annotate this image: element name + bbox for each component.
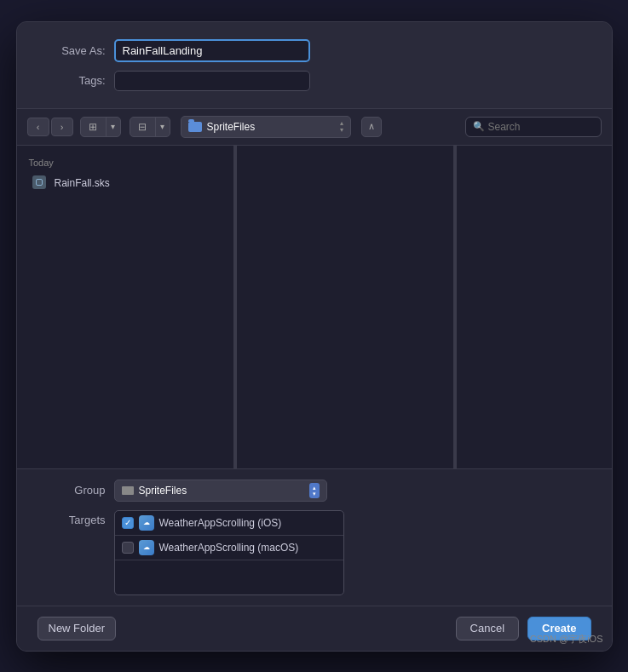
column-view-button[interactable]: ⊞ xyxy=(81,118,107,136)
sidebar-panel: Today RainFall.sks xyxy=(17,146,234,468)
search-box: 🔍 xyxy=(465,117,602,137)
back-button[interactable]: ‹ xyxy=(27,118,49,136)
save-dialog: Save As: Tags: ‹ › ⊞ ▾ ⊟ ▾ xyxy=(16,21,613,652)
target-app-icon-ios: ☁ xyxy=(139,515,154,531)
targets-list: ✓ ☁ WeatherAppScrolling (iOS) ☁ WeatherA… xyxy=(114,510,344,595)
back-icon: ‹ xyxy=(37,122,40,132)
forward-button[interactable]: › xyxy=(51,118,73,136)
column-view-arrow[interactable]: ▾ xyxy=(107,118,120,136)
list-item[interactable]: RainFall.sks xyxy=(20,171,230,195)
save-as-input[interactable] xyxy=(114,39,310,62)
sks-file-icon xyxy=(32,175,48,191)
group-folder-icon xyxy=(122,486,134,495)
search-icon: 🔍 xyxy=(473,121,485,132)
view-buttons: ⊞ ▾ xyxy=(80,117,121,137)
footer: New Folder Cancel Create xyxy=(17,606,612,651)
list-item: ☁ WeatherAppScrolling (macOS) xyxy=(115,536,343,560)
file-browser: Today RainFall.sks xyxy=(17,146,612,469)
search-input[interactable] xyxy=(488,121,613,133)
group-name: SpriteFiles xyxy=(139,485,302,497)
view-buttons-2: ⊟ ▾ xyxy=(130,117,170,137)
save-as-row: Save As: xyxy=(37,39,591,62)
chevron-down-icon: ▾ xyxy=(340,127,343,134)
grid-view-button[interactable]: ⊟ xyxy=(130,118,156,136)
column-view-icon: ⊞ xyxy=(89,121,97,133)
tags-row: Tags: xyxy=(37,71,591,91)
nav-buttons: ‹ › xyxy=(27,118,73,136)
expand-icon: ∧ xyxy=(368,121,375,132)
folder-selector[interactable]: SpriteFiles ▴ ▾ xyxy=(181,116,351,138)
file-name: RainFall.sks xyxy=(55,177,110,189)
group-row: Group SpriteFiles ▴ ▾ xyxy=(37,480,591,502)
top-section: Save As: Tags: xyxy=(17,22,612,108)
target-checkbox-macos[interactable] xyxy=(122,542,134,554)
tags-input[interactable] xyxy=(114,71,310,91)
today-section-header: Today xyxy=(17,152,233,171)
middle-panel xyxy=(237,146,454,468)
targets-section: Targets ✓ ☁ WeatherAppScrolling (iOS) ☁ … xyxy=(37,510,591,595)
select-up-icon: ▴ xyxy=(313,485,316,491)
tags-label: Tags: xyxy=(37,74,106,87)
cancel-button[interactable]: Cancel xyxy=(456,617,519,640)
folder-name: SpriteFiles xyxy=(207,121,337,133)
targets-empty-space xyxy=(115,560,343,594)
expand-button[interactable]: ∧ xyxy=(361,117,382,137)
target-app-icon-macos: ☁ xyxy=(139,540,154,555)
folder-arrows: ▴ ▾ xyxy=(340,120,343,134)
list-item: ✓ ☁ WeatherAppScrolling (iOS) xyxy=(115,511,343,536)
folder-icon xyxy=(188,122,202,132)
right-panel xyxy=(457,146,612,468)
grid-view-icon: ⊟ xyxy=(138,121,147,133)
targets-label: Targets xyxy=(37,514,106,526)
grid-view-arrow[interactable]: ▾ xyxy=(156,118,170,136)
group-select[interactable]: SpriteFiles ▴ ▾ xyxy=(114,480,327,502)
target-name-macos: WeatherAppScrolling (macOS) xyxy=(159,542,299,554)
bottom-section: Group SpriteFiles ▴ ▾ Targets ✓ ☁ Weathe… xyxy=(17,469,612,606)
watermark: CSDN @宇夜iOS xyxy=(530,633,603,646)
group-label: Group xyxy=(37,484,106,497)
target-checkbox-ios[interactable]: ✓ xyxy=(122,517,134,529)
new-folder-button[interactable]: New Folder xyxy=(37,617,116,640)
toolbar: ‹ › ⊞ ▾ ⊟ ▾ SpriteFiles ▴ ▾ xyxy=(17,108,612,146)
select-down-icon: ▾ xyxy=(313,491,316,497)
save-as-label: Save As: xyxy=(37,44,106,57)
target-name-ios: WeatherAppScrolling (iOS) xyxy=(159,517,282,529)
forward-icon: › xyxy=(60,122,64,132)
select-arrows: ▴ ▾ xyxy=(309,483,320,498)
